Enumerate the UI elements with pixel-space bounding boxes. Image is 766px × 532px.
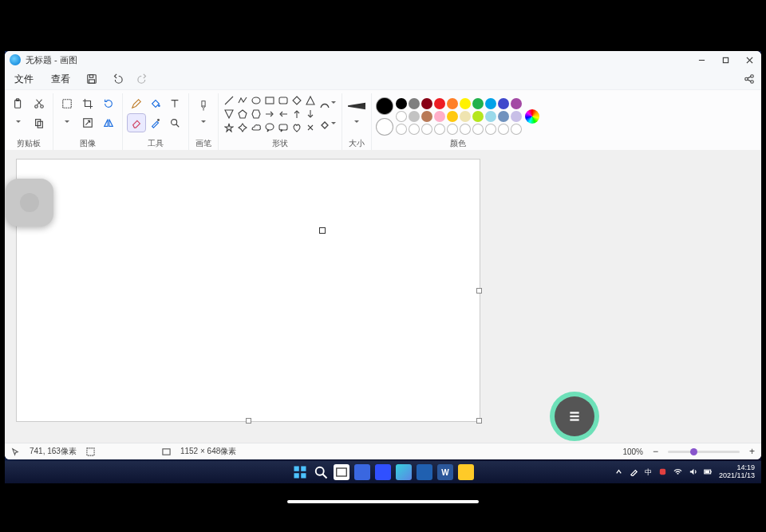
redo-button[interactable] [136,72,150,86]
color-swatch[interactable] [485,98,496,109]
color-swatch[interactable] [447,111,458,122]
system-tray[interactable]: 中 14:19 2021/11/13 [614,461,755,483]
color-swatch[interactable] [421,111,432,122]
text-tool[interactable] [166,95,184,112]
color-swatch[interactable] [511,98,522,109]
menu-file[interactable]: 文件 [11,71,37,88]
shape-fill-dropdown[interactable] [319,116,337,133]
brush-dropdown[interactable] [195,119,212,127]
taskbar-explorer[interactable] [458,464,474,480]
crop-button[interactable] [79,95,97,112]
color-swatch[interactable] [434,124,445,135]
save-button[interactable] [85,72,99,86]
color-swatch[interactable] [447,124,458,135]
shape-outline-dropdown[interactable] [319,95,337,112]
cut-button[interactable] [30,95,48,112]
rotate-button[interactable] [100,95,117,112]
color-swatch[interactable] [511,111,522,122]
color-swatch[interactable] [498,124,509,135]
color-swatch[interactable] [409,111,420,122]
select-dropdown[interactable] [58,114,76,132]
tray-ime[interactable]: 中 [645,467,652,478]
edit-colors-button[interactable] [525,109,539,124]
color-swatch[interactable] [498,98,509,109]
taskview-button[interactable] [334,464,349,480]
color-swatch[interactable] [460,124,471,135]
color-swatch[interactable] [460,98,471,109]
color-swatch[interactable] [396,111,407,122]
color-picker-tool[interactable] [147,114,164,132]
taskbar[interactable]: W 中 14:19 2021/11/13 [5,461,761,483]
resize-handle-right[interactable] [476,288,482,294]
zoom-slider[interactable] [668,451,740,453]
undo-button[interactable] [110,72,124,86]
color-swatch[interactable] [434,111,445,122]
home-indicator[interactable] [287,500,479,503]
menu-view[interactable]: 查看 [48,71,73,88]
size-dropdown[interactable] [348,119,365,127]
zoom-in-button[interactable]: + [749,446,755,457]
search-button[interactable] [313,464,329,480]
minimize-button[interactable] [689,51,713,69]
tray-pen-icon[interactable] [630,467,638,478]
color-swatch[interactable] [447,98,458,109]
taskbar-edge[interactable] [396,464,412,480]
size-button[interactable] [347,95,366,117]
color1-swatch[interactable] [377,98,393,114]
flip-button[interactable] [100,114,117,132]
group-image: 图像 [53,93,123,151]
color-swatch[interactable] [409,98,420,109]
select-button[interactable] [58,95,76,112]
resize-button[interactable] [79,114,97,132]
resize-handle-corner[interactable] [476,418,482,424]
tray-wifi-icon[interactable] [673,467,682,478]
color-swatch[interactable] [498,111,509,122]
color-swatch[interactable] [511,124,522,135]
copy-button[interactable] [30,114,48,132]
canvas[interactable] [17,160,480,421]
tray-app-icon[interactable] [658,467,667,478]
eraser-tool[interactable] [128,114,145,132]
svg-rect-61 [705,470,710,472]
resize-handle-bottom[interactable] [246,418,251,424]
taskbar-app-3[interactable] [417,464,432,480]
start-button[interactable] [292,464,308,480]
color-swatch[interactable] [485,124,496,135]
fill-tool[interactable] [147,95,164,112]
assistive-touch-overlay[interactable] [6,179,53,227]
color-swatch[interactable] [421,124,432,135]
svg-marker-35 [293,97,301,104]
color-swatch[interactable] [396,98,407,109]
brush-button[interactable] [194,95,213,117]
taskbar-app-2[interactable] [375,464,391,480]
color-swatch[interactable] [472,111,484,122]
canvas-scroll-area[interactable] [5,150,761,443]
titlebar[interactable]: 无标题 - 画图 [5,51,761,69]
pencil-tool[interactable] [128,95,145,112]
close-button[interactable] [737,51,761,69]
floating-menu-button[interactable] [555,396,594,436]
maximize-button[interactable] [713,51,737,69]
paste-dropdown[interactable] [10,114,27,132]
color2-swatch[interactable] [377,119,393,135]
color-swatch[interactable] [396,124,407,135]
color-palette[interactable] [396,98,522,135]
paste-button[interactable] [10,95,27,112]
color-swatch[interactable] [434,98,445,109]
magnifier-tool[interactable] [166,114,184,132]
share-button[interactable] [742,72,756,86]
shapes-gallery[interactable] [223,95,316,133]
zoom-out-button[interactable]: − [653,446,658,457]
taskbar-word[interactable]: W [437,464,453,480]
tray-expand-icon[interactable] [614,467,623,478]
taskbar-app-1[interactable] [354,464,370,480]
tray-battery-icon[interactable] [704,467,713,478]
color-swatch[interactable] [485,111,496,122]
color-swatch[interactable] [472,124,484,135]
color-swatch[interactable] [472,98,484,109]
tray-volume-icon[interactable] [689,467,697,478]
tray-clock[interactable]: 14:19 2021/11/13 [719,464,755,480]
color-swatch[interactable] [460,111,471,122]
color-swatch[interactable] [409,124,420,135]
color-swatch[interactable] [421,98,432,109]
